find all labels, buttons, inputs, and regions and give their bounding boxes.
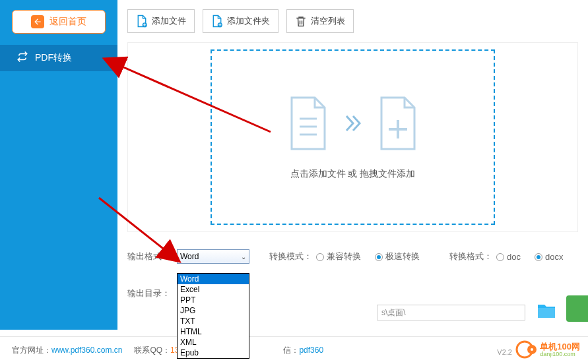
radio-compat[interactable]: 兼容转换 (316, 251, 361, 262)
dropdown-option-excel[interactable]: Excel (178, 284, 249, 295)
radio-icon (496, 253, 504, 261)
wx-label: 信：pdf360 (283, 345, 323, 356)
radio-doc[interactable]: doc (496, 252, 521, 262)
output-format-dropdown[interactable]: WordExcelPPTJPGTXTHTMLXMLEpub (177, 273, 249, 359)
clear-list-button[interactable]: 清空列表 (286, 9, 354, 33)
radio-docx[interactable]: docx (535, 252, 563, 262)
output-format-select[interactable]: Word ⌄ (177, 249, 249, 264)
sidebar: 返回首页 PDF转换 (0, 0, 117, 330)
brand-icon (515, 338, 537, 361)
dropdown-option-txt[interactable]: TXT (178, 316, 249, 326)
dropzone-illustration (285, 95, 421, 152)
radio-icon (535, 253, 542, 261)
version-label: V2.2 (497, 348, 512, 356)
svg-point-9 (531, 348, 533, 351)
site-link[interactable]: www.pdf360.com.cn (51, 346, 122, 355)
document-icon (285, 95, 331, 152)
brand-name: 单机100网 (540, 342, 580, 351)
dropdown-option-html[interactable]: HTML (178, 326, 249, 337)
radio-fast[interactable]: 极速转换 (375, 251, 420, 262)
convert-mode-group: 转换模式： 兼容转换 极速转换 (269, 251, 430, 262)
add-file-button[interactable]: 添加文件 (127, 9, 195, 33)
dropdown-option-xml[interactable]: XML (178, 337, 249, 348)
convert-format-group: 转换格式： doc docx (449, 251, 573, 262)
trash-icon (295, 15, 307, 28)
dropdown-option-ppt[interactable]: PPT (178, 295, 249, 305)
home-button[interactable]: 返回首页 (12, 10, 106, 34)
home-label: 返回首页 (49, 16, 86, 28)
add-file-label: 添加文件 (152, 15, 186, 27)
chevron-right-icon (343, 113, 363, 133)
qq-label: 联系QQ：13 (134, 345, 179, 356)
convert-icon (16, 51, 28, 65)
brand-logo: 单机100网 danji100.com (515, 338, 580, 361)
dropzone[interactable]: 点击添加文件 或 拖拽文件添加 (211, 49, 495, 225)
chevron-down-icon: ⌄ (241, 253, 246, 260)
back-icon (31, 15, 44, 28)
folder-add-icon (211, 15, 223, 28)
clear-list-label: 清空列表 (311, 15, 345, 27)
output-dir-label: 输出目录： (127, 288, 177, 299)
sidebar-item-pdf-convert[interactable]: PDF转换 (0, 45, 117, 71)
main-panel: 添加文件 添加文件夹 清空列表 (117, 0, 588, 330)
output-path-value: s\桌面\ (381, 307, 406, 318)
convert-format-label: 转换格式： (449, 251, 492, 262)
output-path-input[interactable]: s\桌面\ (377, 305, 525, 320)
document-add-icon (375, 95, 421, 152)
output-format-value: Word (180, 252, 199, 261)
start-convert-button[interactable]: 开始转换 (566, 295, 588, 322)
add-folder-button[interactable]: 添加文件夹 (203, 9, 278, 33)
dropzone-hint: 点击添加文件 或 拖拽文件添加 (290, 168, 416, 180)
output-format-row: 输出格式： Word ⌄ 转换模式： 兼容转换 极速转换 转换格式： doc (127, 247, 578, 266)
convert-mode-label: 转换模式： (269, 251, 312, 262)
add-folder-label: 添加文件夹 (227, 15, 270, 27)
radio-icon (316, 253, 324, 261)
sidebar-item-label: PDF转换 (35, 52, 72, 64)
radio-icon (375, 253, 383, 261)
dropzone-container: 点击添加文件 或 拖拽文件添加 (127, 42, 578, 232)
site-label: 官方网址：www.pdf360.com.cn (12, 345, 122, 356)
brand-domain: danji100.com (540, 351, 580, 357)
output-format-label: 输出格式： (127, 251, 177, 262)
file-add-icon (136, 15, 148, 28)
dropdown-option-word[interactable]: Word (178, 274, 249, 284)
toolbar: 添加文件 添加文件夹 清空列表 (127, 9, 354, 33)
browse-folder-button[interactable] (537, 302, 556, 319)
dropdown-option-jpg[interactable]: JPG (178, 305, 249, 316)
dropdown-option-epub[interactable]: Epub (178, 348, 249, 358)
wx-value: pdf360 (299, 346, 323, 355)
